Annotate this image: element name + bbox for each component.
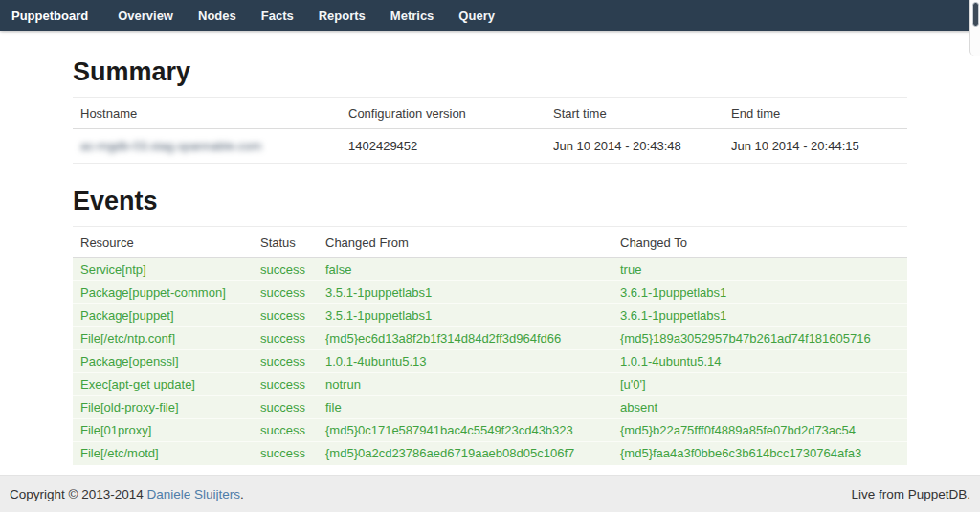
summary-heading: Summary bbox=[73, 57, 907, 87]
status-cell: success bbox=[253, 442, 318, 465]
copyright-suffix: . bbox=[240, 487, 244, 501]
footer: Copyright © 2013-2014 Daniele Sluijters.… bbox=[0, 475, 980, 512]
resource-cell: File[01proxy] bbox=[73, 419, 253, 442]
changed-from-cell: {md5}0c171e587941bac4c5549f23cd43b323 bbox=[318, 419, 612, 442]
changed-from-cell: 1.0.1-4ubuntu5.13 bbox=[318, 350, 612, 373]
table-row: File[old-proxy-file] success file absent bbox=[73, 396, 907, 419]
table-row: File[/etc/ntp.conf] success {md5}ec6d13a… bbox=[73, 327, 907, 350]
changed-to-cell: {md5}b22a75fff0f4889a85fe07bd2d73ac54 bbox=[612, 419, 907, 442]
table-row: File[/etc/motd] success {md5}0a2cd23786a… bbox=[73, 442, 907, 465]
scrollbar-thumb[interactable] bbox=[972, 2, 979, 27]
nav-item-metrics[interactable]: Metrics bbox=[378, 0, 447, 31]
resource-cell: File[old-proxy-file] bbox=[73, 396, 253, 419]
changed-from-cell: false bbox=[318, 258, 612, 281]
status-cell: success bbox=[253, 304, 318, 327]
resource-cell: Package[openssl] bbox=[73, 350, 253, 373]
scrollbar-track[interactable] bbox=[969, 0, 980, 56]
changed-to-cell: 1.0.1-4ubuntu5.14 bbox=[612, 350, 907, 373]
resource-cell: Exec[apt-get update] bbox=[73, 373, 253, 396]
events-table: Resource Status Changed From Changed To … bbox=[73, 226, 907, 465]
puppetdb-status-text: Live from PuppetDB. bbox=[851, 487, 970, 501]
status-cell: success bbox=[253, 327, 318, 350]
table-row: Package[openssl] success 1.0.1-4ubuntu5.… bbox=[73, 350, 907, 373]
changed-from-cell: 3.5.1-1puppetlabs1 bbox=[318, 281, 612, 304]
status-cell: success bbox=[253, 281, 318, 304]
hostname-cell: ac-mgdb-03.stag.spannable.com bbox=[73, 129, 341, 164]
summary-col-config-version: Configuration version bbox=[341, 98, 546, 129]
table-row: Exec[apt-get update] success notrun [u'0… bbox=[73, 373, 907, 396]
status-cell: success bbox=[253, 396, 318, 419]
changed-to-cell: 3.6.1-1puppetlabs1 bbox=[612, 304, 907, 327]
resource-cell: File[/etc/ntp.conf] bbox=[73, 327, 253, 350]
table-row: Service[ntp] success false true bbox=[73, 258, 907, 281]
changed-from-cell: {md5}ec6d13a8f2b1f314d84d2ff3d964fd66 bbox=[318, 327, 612, 350]
events-col-resource: Resource bbox=[73, 227, 253, 258]
status-cell: success bbox=[253, 258, 318, 281]
table-row: File[01proxy] success {md5}0c171e587941b… bbox=[73, 419, 907, 442]
nav-item-query[interactable]: Query bbox=[446, 0, 507, 31]
navbar-brand-puppetboard[interactable]: Puppetboard bbox=[10, 0, 100, 31]
configuration-version-cell: 1402429452 bbox=[341, 129, 546, 164]
changed-to-cell: absent bbox=[612, 396, 907, 419]
events-col-changed-to: Changed To bbox=[612, 227, 907, 258]
resource-cell: Package[puppet-common] bbox=[73, 281, 253, 304]
events-col-status: Status bbox=[253, 227, 318, 258]
copyright-prefix: Copyright © 2013-2014 bbox=[10, 487, 147, 501]
summary-header-row: Hostname Configuration version Start tim… bbox=[73, 98, 907, 129]
nav-item-reports[interactable]: Reports bbox=[306, 0, 378, 31]
events-col-changed-from: Changed From bbox=[318, 227, 612, 258]
status-cell: success bbox=[253, 419, 318, 442]
changed-to-cell: {md5}faa4a3f0bbe6c3b614bcc1730764afa3 bbox=[612, 442, 907, 465]
start-time-cell: Jun 10 2014 - 20:43:48 bbox=[546, 129, 724, 164]
nav-item-nodes[interactable]: Nodes bbox=[186, 0, 249, 31]
changed-from-cell: 3.5.1-1puppetlabs1 bbox=[318, 304, 612, 327]
nav-item-overview[interactable]: Overview bbox=[105, 0, 186, 31]
changed-from-cell: {md5}0a2cd23786aed6719aaeb08d05c106f7 bbox=[318, 442, 612, 465]
changed-from-cell: file bbox=[318, 396, 612, 419]
changed-to-cell: {md5}189a3052957b47b261ad74f181605716 bbox=[612, 327, 907, 350]
table-row: Package[puppet] success 3.5.1-1puppetlab… bbox=[73, 304, 907, 327]
hostname-link-redacted[interactable]: ac-mgdb-03.stag.spannable.com bbox=[80, 139, 261, 153]
summary-row: ac-mgdb-03.stag.spannable.com 1402429452… bbox=[73, 129, 907, 164]
resource-cell: Package[puppet] bbox=[73, 304, 253, 327]
report-page: Summary Hostname Configuration version S… bbox=[73, 57, 907, 465]
summary-table: Hostname Configuration version Start tim… bbox=[73, 97, 907, 164]
events-header-row: Resource Status Changed From Changed To bbox=[73, 227, 907, 258]
nav-item-facts[interactable]: Facts bbox=[249, 0, 306, 31]
changed-from-cell: notrun bbox=[318, 373, 612, 396]
end-time-cell: Jun 10 2014 - 20:44:15 bbox=[724, 129, 907, 164]
status-cell: success bbox=[253, 350, 318, 373]
events-heading: Events bbox=[73, 187, 907, 216]
summary-col-end-time: End time bbox=[724, 98, 907, 129]
resource-cell: File[/etc/motd] bbox=[73, 442, 253, 465]
summary-col-start-time: Start time bbox=[546, 98, 724, 129]
changed-to-cell: 3.6.1-1puppetlabs1 bbox=[612, 281, 907, 304]
changed-to-cell: [u'0'] bbox=[612, 373, 907, 396]
changed-to-cell: true bbox=[612, 258, 907, 281]
copyright-text: Copyright © 2013-2014 Daniele Sluijters. bbox=[10, 487, 244, 501]
resource-cell: Service[ntp] bbox=[73, 258, 253, 281]
top-navbar: Puppetboard Overview Nodes Facts Reports… bbox=[0, 0, 980, 31]
author-link[interactable]: Daniele Sluijters bbox=[147, 487, 241, 501]
table-row: Package[puppet-common] success 3.5.1-1pu… bbox=[73, 281, 907, 304]
summary-col-hostname: Hostname bbox=[73, 98, 341, 129]
status-cell: success bbox=[253, 373, 318, 396]
